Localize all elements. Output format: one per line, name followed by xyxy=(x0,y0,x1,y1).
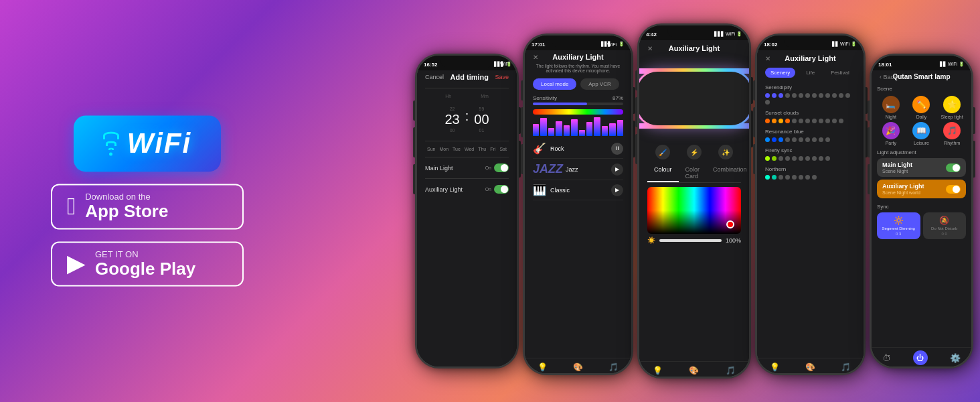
phone2-time: 17:01 xyxy=(532,42,545,48)
phone5-sync-row: 🔆 Segment Dimming 0 3 🔕 Do Not Disturb 0… xyxy=(872,211,971,241)
scene-night[interactable]: 🛏️ Night xyxy=(877,96,905,119)
phone3-tab-card[interactable]: Color Card xyxy=(679,163,707,182)
phone5-main-light: Main Light Scene Night xyxy=(877,158,966,177)
phone1-wifi: WiFi xyxy=(500,62,504,67)
phone-2-frame: 17:01 ▋▋▋ WiFi 🔋 ✕ Auxiliary Light The l… xyxy=(523,34,633,375)
phone4-serendipity-label: Serendipity xyxy=(765,84,855,90)
google-play-line1: GET IT ON xyxy=(95,249,195,259)
phone5-timer-icon[interactable]: ⏱ xyxy=(882,353,891,363)
phone2-mode-tabs: Local mode App VCR xyxy=(525,76,631,92)
app-store-button[interactable]:  Download on the App Store xyxy=(51,184,244,229)
leisure-icon: 📖 xyxy=(912,122,930,139)
wifi-signal-icon xyxy=(103,131,119,155)
nav-palette-icon[interactable]: 🎨 xyxy=(573,362,583,372)
do-not-disturb-btn[interactable]: 🔕 Do Not Disturb 0 0 xyxy=(923,212,967,239)
aux-light-toggle[interactable] xyxy=(946,185,961,194)
phone-2: 17:01 ▋▋▋ WiFi 🔋 ✕ Auxiliary Light The l… xyxy=(523,34,633,375)
classic-icon: 🎹 xyxy=(533,184,546,196)
phone4-tab-festival[interactable]: Festival xyxy=(825,68,855,78)
phone2-sens-label: Sensitivity xyxy=(533,95,557,101)
phone-5-frame: 18:01 ▋▋ WiFi 🔋 ‹ Back Qutan Smart lamp … xyxy=(870,54,973,368)
phone4-back[interactable]: ✕ xyxy=(765,55,770,62)
phone2-tab-local[interactable]: Local mode xyxy=(533,78,576,90)
nav4-music[interactable]: 🎵 xyxy=(841,362,851,372)
phone5-light-adjust: Main Light Scene Night Auxiliary Light S… xyxy=(872,157,971,202)
phone1-main-light: Main Light On xyxy=(417,160,517,176)
nav4-bulb[interactable]: 💡 xyxy=(770,362,780,372)
phone3-tab-combo[interactable]: Combination xyxy=(706,163,749,182)
classic-play-btn[interactable]: ▶ xyxy=(611,184,623,196)
jazz-play-btn[interactable]: ▶ xyxy=(611,163,623,176)
phone1-header: Cancel Add timing Save xyxy=(417,70,517,85)
segment-dimming-label: Segment Dimming xyxy=(882,226,915,230)
scene-sleep[interactable]: ⭐ Sleep tight xyxy=(938,96,966,119)
phone2-sens-bar[interactable] xyxy=(533,103,623,105)
dnd-icon: 🔕 xyxy=(939,216,949,225)
phone3-tab-colour[interactable]: Colour xyxy=(647,163,679,182)
brightness-bar[interactable] xyxy=(659,239,722,242)
rock-pause-btn[interactable]: ⏸ xyxy=(611,143,623,155)
rhythm-icon: 🎵 xyxy=(943,122,961,139)
scene-leisure[interactable]: 📖 Leisure xyxy=(908,122,936,145)
phone1-save[interactable]: Save xyxy=(495,74,509,80)
phone4-tab-mood[interactable]: Mood xyxy=(860,68,864,78)
phone5-back[interactable]: ‹ Back xyxy=(880,74,897,80)
phone4-tab-scenery[interactable]: Scenery xyxy=(765,68,795,78)
phone3-star-btn[interactable]: ✨ xyxy=(718,145,733,159)
phone3-color-tabs: Colour Color Card Combination xyxy=(647,163,741,183)
scene-party[interactable]: 🎉 Party xyxy=(877,122,905,145)
phone4-serendipity-dots xyxy=(765,93,855,105)
phone1-main-light-toggle[interactable] xyxy=(494,163,509,172)
sleep-icon: ⭐ xyxy=(943,96,961,113)
dnd-val: 0 0 xyxy=(942,232,947,236)
nav-music-icon[interactable]: 🎵 xyxy=(608,362,619,372)
phone2-subtitle: The light follows the rhythm. You must h… xyxy=(525,62,631,76)
dimming-icon: 🔆 xyxy=(894,216,904,225)
phone5-power-btn[interactable]: ⏻ xyxy=(913,350,928,365)
phone5-scene-grid: 🛏️ Night ✏️ Daily ⭐ Sleep tight 🎉 xyxy=(872,93,971,148)
phone3-color-picker[interactable] xyxy=(647,187,741,234)
phone-1-frame: 16:52 ▋▋▋ WiFi 🔋 Cancel Add timing Save xyxy=(415,54,519,368)
phone2-song-classic: 🎹 Classic ▶ xyxy=(533,180,623,200)
scene-rhythm[interactable]: 🎵 Rhythm xyxy=(938,122,966,145)
phone5-settings-icon[interactable]: ⚙️ xyxy=(950,353,961,363)
phone5-scene-label: Scene xyxy=(872,84,971,93)
nav3-bulb[interactable]: 💡 xyxy=(653,366,663,375)
phone1-time: 16:52 xyxy=(424,62,437,68)
phone2-song-rock: 🎸 Rock ⏸ xyxy=(533,139,623,159)
phone1-aux-light-toggle[interactable] xyxy=(494,185,509,194)
phone-1-screen: 16:52 ▋▋▋ WiFi 🔋 Cancel Add timing Save xyxy=(417,56,517,366)
phone3-brightness: ☀️ 100% xyxy=(639,234,749,247)
phone-1: 16:52 ▋▋▋ WiFi 🔋 Cancel Add timing Save xyxy=(415,54,519,368)
phone3-light-strip xyxy=(639,55,749,142)
segment-dimming-btn[interactable]: 🔆 Segment Dimming 0 3 xyxy=(877,212,920,239)
phone4-time: 18:02 xyxy=(764,42,777,48)
rock-icon: 🎸 xyxy=(533,142,546,155)
phone3-back[interactable]: ✕ xyxy=(647,45,653,52)
nav3-palette[interactable]: 🎨 xyxy=(689,366,699,375)
phone2-tab-app[interactable]: App VCR xyxy=(580,78,619,90)
phone-3: 4:42 ▋▋▋ WiFi 🔋 ✕ Auxiliary Light xyxy=(637,23,751,379)
aux-light-scene: Scene Night world xyxy=(882,190,924,195)
nav3-music[interactable]: 🎵 xyxy=(726,366,736,375)
app-store-text: Download on the App Store xyxy=(85,192,168,221)
brightness-icon: ☀️ xyxy=(647,237,655,244)
phone2-back[interactable]: ✕ xyxy=(533,54,538,61)
rhythm-label: Rhythm xyxy=(944,141,960,145)
phone1-days: Sun Mon Tue Wed Thu Fri Sat xyxy=(417,144,517,154)
phone4-tab-life[interactable]: Life xyxy=(801,68,820,78)
phone1-aux-light-state: On xyxy=(485,187,491,192)
main-light-toggle[interactable] xyxy=(946,163,961,172)
nav4-palette[interactable]: 🎨 xyxy=(805,362,815,372)
phone2-sens-val: 87% xyxy=(612,95,623,101)
phone4-firefly-label: Firefly sync xyxy=(765,147,855,153)
phone4-firefly-dots xyxy=(765,156,855,161)
nav-bulb-icon[interactable]: 💡 xyxy=(538,362,548,372)
google-play-button[interactable]: ▶ GET IT ON Google Play xyxy=(51,241,244,287)
scene-daily[interactable]: ✏️ Daily xyxy=(908,96,936,119)
phone3-brush-btn[interactable]: 🖌️ xyxy=(655,145,670,159)
night-label: Night xyxy=(886,115,896,119)
phone4-scene-tabs: Scenery Life Festival Mood xyxy=(757,65,864,82)
phone3-lightning-btn[interactable]: ⚡ xyxy=(687,145,702,159)
phone1-cancel[interactable]: Cancel xyxy=(425,74,444,80)
